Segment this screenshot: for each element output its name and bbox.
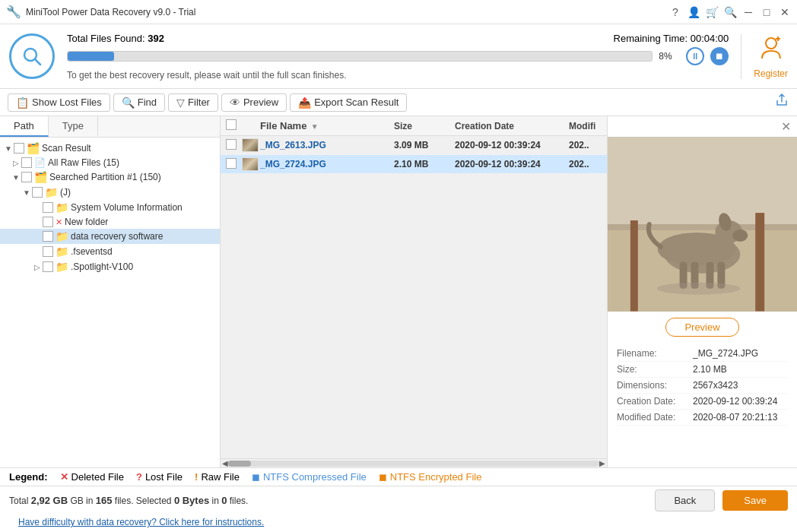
tree-checkbox[interactable]	[43, 231, 53, 242]
tree-system-volume[interactable]: 📁 System Volume Information	[0, 200, 220, 215]
status-selected-bytes: 0 Bytes	[174, 495, 209, 506]
preview-info: Filename: _MG_2724.JPG Size: 2.10 MB Dim…	[608, 343, 797, 467]
total-files-label: Total Files Found:	[67, 33, 148, 44]
row-check[interactable]	[221, 139, 242, 152]
preview-image-area	[608, 137, 797, 312]
tree-checkbox[interactable]	[32, 187, 43, 198]
title-bar: 🔧 MiniTool Power Data Recovery v9.0 - Tr…	[0, 0, 797, 24]
svg-point-11	[732, 230, 748, 242]
preview-close-button[interactable]: ✕	[775, 116, 797, 137]
close-icon[interactable]: ✕	[779, 6, 791, 18]
right-area: File Name ▼ Size Creation Date Modifi	[221, 116, 797, 467]
export-scan-button[interactable]: 📤 Export Scan Result	[290, 93, 407, 112]
dimensions-value: 2567x3423	[693, 380, 738, 391]
remaining-time: Remaining Time: 00:04:00	[614, 33, 729, 44]
header-file-name[interactable]: File Name ▼	[260, 120, 394, 131]
tree-data-recovery[interactable]: 📁 data recovery software	[0, 229, 220, 244]
header-creation-date[interactable]: Creation Date	[455, 121, 569, 131]
pause-button[interactable]: ⏸	[686, 47, 704, 65]
svg-rect-19	[755, 213, 764, 311]
action-buttons: Back Save	[655, 489, 788, 511]
remaining-value: 00:04:00	[691, 33, 729, 44]
progress-bar-wrap	[67, 51, 653, 62]
scroll-left-arrow[interactable]: ◀	[222, 459, 228, 467]
register-icon	[757, 34, 785, 67]
row-date: 2020-09-12 00:39:24	[455, 159, 569, 169]
file-row[interactable]: _MG_2613.JPG 3.09 MB 2020-09-12 00:39:24…	[221, 136, 607, 155]
tree-label: (J)	[60, 187, 71, 198]
tab-path[interactable]: Path	[0, 116, 49, 137]
sort-icon: ▼	[311, 122, 319, 131]
creation-value: 2020-09-12 00:39:24	[693, 396, 777, 407]
info-creation: Creation Date: 2020-09-12 00:39:24	[617, 394, 788, 410]
row-filename: _MG_2724.JPG	[260, 159, 394, 169]
stop-button[interactable]: ⏹	[710, 47, 729, 65]
header-check[interactable]	[221, 119, 242, 132]
progress-bar-fill	[68, 52, 114, 61]
tree-checkbox[interactable]	[43, 246, 53, 257]
row-thumb	[242, 138, 260, 152]
svg-point-21	[657, 283, 741, 295]
app-title: MiniTool Power Data Recovery v9.0 - Tria…	[26, 7, 195, 17]
tree-checkbox[interactable]	[43, 217, 53, 227]
info-dimensions: Dimensions: 2567x3423	[617, 378, 788, 394]
folder-green-icon: 📁	[56, 230, 68, 242]
filename-value: _MG_2724.JPG	[693, 348, 758, 359]
file-list-body: _MG_2613.JPG 3.09 MB 2020-09-12 00:39:24…	[221, 136, 607, 458]
scroll-thumb[interactable]	[228, 461, 251, 467]
tree-label: New folder	[65, 217, 108, 227]
footer: Legend: ✕ Deleted File ? Lost File ! Raw…	[0, 467, 797, 532]
tree-label: data recovery software	[71, 231, 163, 242]
scroll-right-arrow[interactable]: ▶	[599, 459, 605, 467]
header-modified[interactable]: Modifi	[569, 121, 607, 131]
scroll-track[interactable]	[228, 461, 599, 467]
tree-scan-result[interactable]: ▼ 🗂️ Scan Result	[0, 141, 220, 156]
preview-button[interactable]: Preview	[665, 318, 738, 337]
filter-button[interactable]: ▽ Filter	[168, 93, 218, 112]
find-button[interactable]: 🔍 Find	[113, 93, 165, 112]
tree-label: .fseventsd	[71, 246, 113, 257]
preview-btn-row: Preview	[608, 312, 797, 343]
left-panel: Path Type ▼ 🗂️ Scan Result ▷ 📄 All Raw F…	[0, 116, 221, 467]
tree-checkbox[interactable]	[21, 172, 32, 182]
tree-checkbox[interactable]	[14, 143, 24, 154]
legend-ntfs-encrypted: ◼ NTFS Encrypted File	[379, 471, 482, 483]
total-files-value: 392	[148, 33, 164, 44]
tree-searched-partition[interactable]: ▼ 🗂️ Searched Partition #1 (150)	[0, 169, 220, 185]
drive-icon: 📁	[45, 186, 58, 198]
show-lost-files-button[interactable]: 📋 Show Lost Files	[8, 93, 110, 112]
file-list-scrollbar[interactable]: ◀ ▶	[221, 458, 607, 467]
tree-new-folder[interactable]: ✕ New folder	[0, 215, 220, 229]
tab-type[interactable]: Type	[49, 116, 98, 137]
preview-toolbar-button[interactable]: 👁 Preview	[221, 93, 287, 112]
row-check[interactable]	[221, 158, 242, 171]
zoom-icon[interactable]: 🔍	[724, 6, 736, 18]
info-modified: Modified Date: 2020-08-07 20:21:13	[617, 410, 788, 426]
tree-spotlight[interactable]: ▷ 📁 .Spotlight-V100	[0, 259, 220, 274]
tree-drive-j[interactable]: ▼ 📁 (J)	[0, 185, 220, 200]
tree-fseventsd[interactable]: 📁 .fseventsd	[0, 244, 220, 259]
tree-all-raw-files[interactable]: ▷ 📄 All Raw Files (15)	[0, 156, 220, 169]
header-size[interactable]: Size	[394, 121, 455, 131]
cart-icon[interactable]: 🛒	[706, 6, 718, 18]
maximize-icon[interactable]: □	[760, 6, 773, 18]
status-total-size: 2,92 GB	[31, 495, 68, 506]
scan-icon-circle	[9, 33, 55, 79]
minimize-icon[interactable]: ─	[742, 6, 754, 18]
legend-lost: ? Lost File	[136, 471, 183, 483]
back-button[interactable]: Back	[655, 489, 715, 511]
share-icon[interactable]	[774, 93, 789, 112]
save-button[interactable]: Save	[722, 490, 788, 511]
toolbar: 📋 Show Lost Files 🔍 Find ▽ Filter 👁 Prev…	[0, 89, 797, 116]
user-icon[interactable]: 👤	[687, 6, 700, 18]
file-row[interactable]: _MG_2724.JPG 2.10 MB 2020-09-12 00:39:24…	[221, 155, 607, 174]
help-icon[interactable]: ?	[669, 6, 681, 18]
tree-checkbox[interactable]	[43, 261, 53, 272]
register-label[interactable]: Register	[754, 68, 788, 79]
tree-label: All Raw Files (15)	[48, 157, 119, 168]
folder-icon: 📁	[56, 261, 68, 273]
help-link[interactable]: Have difficulty with data recovery? Clic…	[9, 517, 273, 530]
tree-checkbox[interactable]	[43, 202, 53, 213]
tree-checkbox[interactable]	[21, 157, 32, 168]
help-bar: Have difficulty with data recovery? Clic…	[0, 515, 797, 532]
